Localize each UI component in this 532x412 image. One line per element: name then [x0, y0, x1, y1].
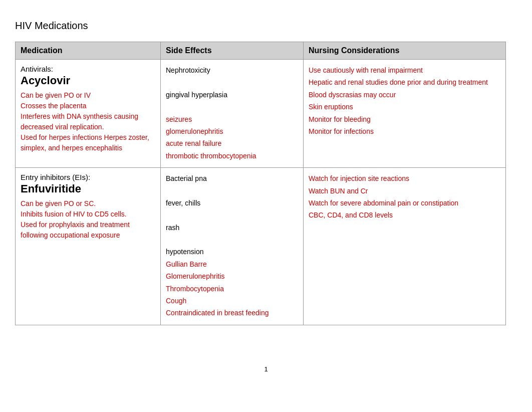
side-effects-cell: Nephrotoxicity gingival hyperplasia seiz… — [161, 60, 304, 167]
header-medication: Medication — [16, 42, 161, 59]
side-effect-item: thrombotic thrombocytopenia — [166, 150, 298, 161]
table-body: Antivirals:AcyclovirCan be given PO or I… — [16, 60, 505, 325]
side-effect-item — [166, 101, 298, 112]
nursing-item: Monitor for bleeding — [309, 114, 500, 125]
side-effect-item: Gullian Barre — [166, 259, 298, 270]
table-row: Antivirals:AcyclovirCan be given PO or I… — [16, 60, 505, 168]
medication-detail: Inhibits fusion of HIV to CD5 cells. — [21, 209, 155, 220]
side-effect-item: rash — [166, 222, 298, 233]
nursing-cell: Watch for injection site reactionsWatch … — [304, 168, 505, 325]
side-effect-item: Thrombocytopenia — [166, 283, 298, 294]
medication-cell: Antivirals:AcyclovirCan be given PO or I… — [16, 60, 161, 167]
medication-detail: Can be given PO or SC. — [21, 198, 155, 209]
nursing-item: Use cautiously with renal impairment — [309, 65, 500, 76]
medication-category: Entry inhibitors (EIs): — [21, 173, 155, 181]
nursing-item: Skin eruptions — [309, 101, 500, 112]
page-number: 1 — [15, 365, 517, 373]
side-effect-item: glomerulonephritis — [166, 126, 298, 137]
nursing-cell: Use cautiously with renal impairmentHepa… — [304, 60, 505, 167]
medication-name: Acyclovir — [21, 74, 155, 87]
side-effect-item — [166, 210, 298, 221]
nursing-item: Watch for severe abdominal pain or const… — [309, 197, 500, 209]
side-effect-item: gingival hyperplasia — [166, 89, 298, 100]
table-header: Medication Side Effects Nursing Consider… — [16, 42, 505, 60]
nursing-item: Monitor for infections — [309, 126, 500, 137]
medication-detail: Crosses the placenta — [21, 101, 155, 111]
side-effect-item: fever, chills — [166, 197, 298, 209]
nursing-item: CBC, CD4, and CD8 levels — [309, 210, 500, 221]
side-effect-item: seizures — [166, 114, 298, 125]
side-effect-item: Contraindicated in breast feeding — [166, 307, 298, 318]
nursing-item: Watch BUN and Cr — [309, 185, 500, 196]
page-title: HIV Medications — [15, 20, 517, 32]
header-nursing: Nursing Considerations — [304, 42, 505, 59]
header-side-effects: Side Effects — [161, 42, 304, 59]
medication-detail: Used for prophylaxis and treatment follo… — [21, 220, 155, 241]
side-effect-item — [166, 234, 298, 245]
side-effect-item: Bacterial pna — [166, 173, 298, 184]
side-effects-cell: Bacterial pna fever, chills rash hypoten… — [161, 168, 304, 325]
nursing-item: Blood dyscrasias may occur — [309, 89, 500, 100]
side-effect-item: acute renal failure — [166, 138, 298, 149]
medication-cell: Entry inhibitors (EIs):EnfuviritideCan b… — [16, 168, 161, 325]
page-container: HIV Medications Medication Side Effects … — [0, 0, 532, 393]
side-effect-item — [166, 77, 298, 88]
medication-category: Antivirals: — [21, 65, 155, 73]
medication-detail: Interferes with DNA synthesis causing de… — [21, 111, 155, 132]
main-table: Medication Side Effects Nursing Consider… — [15, 42, 506, 325]
nursing-item: Hepatic and renal studies done prior and… — [309, 77, 500, 88]
side-effect-item: Cough — [166, 295, 298, 306]
side-effect-item: Nephrotoxicity — [166, 65, 298, 76]
side-effect-item: Glomerulonephritis — [166, 271, 298, 282]
side-effect-item — [166, 185, 298, 196]
table-row: Entry inhibitors (EIs):EnfuviritideCan b… — [16, 168, 505, 325]
side-effect-item: hypotension — [166, 246, 298, 257]
nursing-item: Watch for injection site reactions — [309, 173, 500, 184]
medication-detail: Used for herpes infections Herpes zoster… — [21, 132, 155, 153]
medication-detail: Can be given PO or IV — [21, 90, 155, 101]
medication-name: Enfuviritide — [21, 182, 155, 195]
